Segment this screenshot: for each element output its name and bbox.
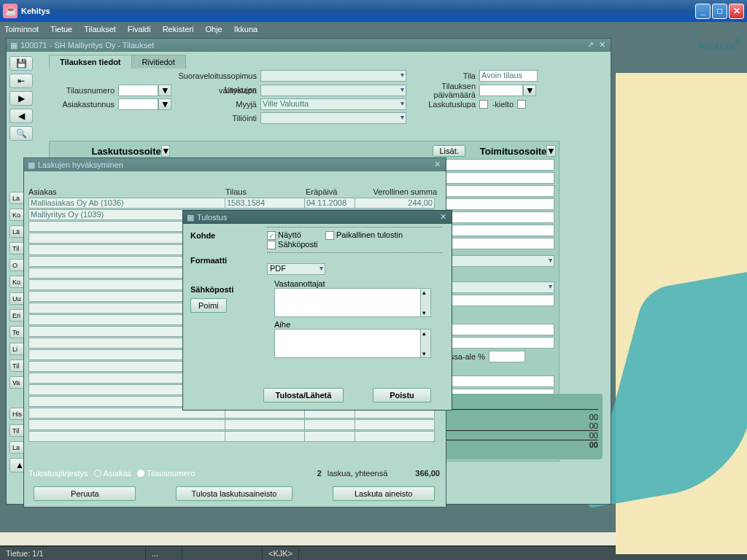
btn-lisat[interactable]: Lisät. <box>433 145 465 157</box>
menu-tilaukset[interactable]: Tilaukset <box>84 25 116 34</box>
hdr-toimitusosoite: Toimitusosoite <box>480 146 546 157</box>
dd-tiliointi[interactable] <box>260 112 406 124</box>
lbl-valitystapa: välitystapa <box>171 86 260 95</box>
scrollbar[interactable] <box>420 289 430 316</box>
save-icon[interactable]: 💾 <box>9 56 33 71</box>
gh-tilaus: Tilaus <box>225 187 306 196</box>
total: 366,00 <box>415 469 440 478</box>
minimize-button[interactable]: _ <box>695 4 711 19</box>
menu-tietue[interactable]: Tietue <box>50 25 72 34</box>
lbl-vastaanottajat: Vastaanottajat <box>274 279 431 288</box>
lbl-kohde: Kohde <box>190 231 263 240</box>
dd-valitystapa[interactable] <box>260 85 406 96</box>
cell-erapaiva: 04.11.2008 <box>304 198 355 209</box>
btn-peruuta[interactable]: Peruuta <box>34 486 136 501</box>
menu-toiminnot[interactable]: Toiminnot <box>4 25 39 34</box>
inp-toimitus-3[interactable] <box>430 185 554 197</box>
tab-tilauksen-tiedot[interactable]: Tilauksen tiedot <box>49 55 132 69</box>
inp-tila[interactable]: Avoin tilaus <box>479 70 538 82</box>
back-icon[interactable]: ⇤ <box>9 74 33 88</box>
menu-bar: Toiminnot Tietue Tilaukset Fivaldi Rekis… <box>0 22 747 36</box>
inp-asiakastunnus[interactable] <box>118 98 158 110</box>
count: 2 <box>317 469 322 478</box>
btn-tulosta-laheta[interactable]: Tulosta/Lähetä <box>263 388 344 402</box>
btn-tilausnumero-lookup[interactable]: ⯆ <box>158 85 171 96</box>
mdi2-close[interactable]: ✕ <box>432 160 442 170</box>
radio-tilausnumero[interactable]: Tilausnumero <box>137 469 195 478</box>
window-title: Kehitys <box>21 7 50 15</box>
mdi2-titlebar[interactable]: ▦ Laskujen hyväksyminen ✕ <box>24 158 446 171</box>
status-empty <box>182 547 263 560</box>
btn-date-picker[interactable]: ⯆ <box>523 85 536 96</box>
gh-verollinen: Verollinen summa <box>357 187 437 196</box>
mdi1-titlebar[interactable]: ▦ 100071 - SH Malliyritys Oy - Tilaukset… <box>7 39 611 52</box>
table-row[interactable]: Malliasiakas Oy Ab (1036) 1583,1584 04.1… <box>28 198 440 209</box>
inp-toimitus-2[interactable] <box>430 172 554 184</box>
scrollbar[interactable] <box>420 330 430 357</box>
search-icon[interactable]: 🔍 <box>9 126 33 141</box>
txt-aihe[interactable] <box>274 329 431 358</box>
menu-ikkuna[interactable]: Ikkuna <box>234 25 258 34</box>
dd-myyja[interactable]: Ville Valuutta <box>260 98 406 110</box>
menu-ohje[interactable]: Ohje <box>205 25 222 34</box>
chk-sahkoposti[interactable]: Sähköposti <box>267 240 318 249</box>
inp-tilausnumero[interactable] <box>118 85 158 96</box>
cell-tilaus: 1583,1584 <box>225 198 305 209</box>
lbl-aihe: Aihe <box>274 320 431 329</box>
inp-kassa-ale[interactable] <box>489 351 525 362</box>
table-row[interactable] <box>28 431 440 443</box>
btn-poistu[interactable]: Poistu <box>373 388 431 402</box>
maximize-button[interactable]: □ <box>712 4 727 19</box>
lbl-sahkoposti: Sähköposti <box>190 285 263 294</box>
gh-erapaiva: Eräpäivä <box>306 187 357 196</box>
lbl-tulostusjarjestys: Tulostusjärjestys <box>28 469 88 478</box>
lbl-tila: Tila <box>406 71 479 80</box>
btn-poimi[interactable]: Poimi <box>190 298 227 313</box>
form-icon: ▦ <box>187 213 194 222</box>
rewind-icon[interactable]: ◀ <box>9 109 33 123</box>
btn-laskuta-aineisto[interactable]: Laskuta aineisto <box>333 486 435 501</box>
table-row[interactable] <box>28 419 440 431</box>
mdi-tulostus: ▦ Tulostus ✕ Kohde Formaatti Sähköposti … <box>182 210 452 411</box>
dd-format[interactable]: PDF <box>267 263 325 275</box>
btn-laskutusosoite[interactable]: ⯆ <box>161 145 171 157</box>
window-titlebar: Kehitys _ □ ✕ <box>0 0 747 22</box>
inp-tilauksen-pvm[interactable] <box>479 85 523 96</box>
close-button[interactable]: ✕ <box>729 4 744 19</box>
mdi2-footer-row: Tulostusjärjestys Asiakas Tilausnumero 2… <box>28 469 440 478</box>
mdi3-title: Tulostus <box>197 213 227 222</box>
menu-fivaldi[interactable]: Fivaldi <box>128 25 151 34</box>
txt-vastaanottajat[interactable] <box>274 288 431 317</box>
lbl-tilausnumero: Tilausnumero <box>49 86 118 95</box>
form-icon: ▦ <box>28 160 35 170</box>
btn-toimitusosoite[interactable]: ⯆ <box>546 145 556 157</box>
btn-asiakastunnus-lookup[interactable]: ⯆ <box>158 98 171 110</box>
lbl-tiliointi: Tiliöinti <box>49 114 260 122</box>
mdi2-title: Laskujen hyväksyminen <box>38 160 123 169</box>
lbl-kielto: -kielto <box>488 100 517 109</box>
radio-asiakas[interactable]: Asiakas <box>94 469 132 478</box>
status-kjk: <KJK> <box>263 547 299 560</box>
mdi3-close[interactable]: ✕ <box>438 212 448 222</box>
mdi1-close[interactable]: ✕ <box>597 40 607 50</box>
mdi1-toolbar: 💾 ⇤ ▶ ◀ 🔍 <box>9 56 39 141</box>
mdi1-restore[interactable]: ↗ <box>585 40 595 50</box>
status-dots: ... <box>146 547 182 560</box>
chk-paikallinen[interactable]: Paikallinen tulostin <box>325 230 403 239</box>
chk-naytto[interactable]: ✓ Näyttö <box>267 230 301 239</box>
chk-laskutuslupa[interactable] <box>479 100 488 109</box>
chk-kielto[interactable] <box>517 100 526 109</box>
btn-tulosta-aineisto[interactable]: Tulosta laskutusaineisto <box>176 486 293 501</box>
lbl-asiakastunnus: Asiakastunnus <box>49 100 118 109</box>
total-3: 00 <box>446 431 598 440</box>
inp-toimitus-4[interactable] <box>430 198 554 210</box>
inp-toimitus-1[interactable] <box>430 159 554 171</box>
menu-rekisteri[interactable]: Rekisteri <box>163 25 194 34</box>
play-icon[interactable]: ▶ <box>9 91 33 106</box>
total-1: 00 <box>446 413 598 421</box>
dd-suoraveloitus[interactable] <box>260 70 406 82</box>
mdi1-tabs: Tilauksen tiedot Rivitiedot <box>49 55 185 69</box>
tab-rivitiedot[interactable]: Rivitiedot <box>131 55 186 69</box>
mdi1-title: 100071 - SH Malliyritys Oy - Tilaukset <box>20 41 154 50</box>
mdi3-titlebar[interactable]: ▦ Tulostus ✕ <box>183 211 452 224</box>
